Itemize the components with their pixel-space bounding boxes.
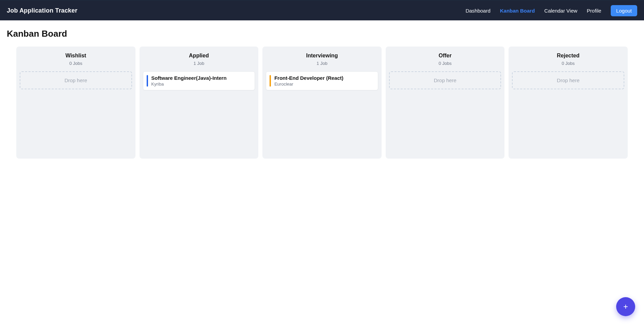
column-interviewing[interactable]: Interviewing1 JobFront-End Developer (Re… bbox=[262, 47, 382, 159]
card-accent bbox=[147, 75, 148, 87]
column-title: Wishlist bbox=[20, 53, 132, 59]
app-brand: Job Application Tracker bbox=[7, 7, 77, 14]
card-content: Front-End Developer (React)Euroclear bbox=[274, 75, 374, 87]
card-title: Front-End Developer (React) bbox=[274, 75, 374, 81]
column-wishlist[interactable]: Wishlist0 JobsDrop here bbox=[16, 47, 135, 159]
column-count: 0 Jobs bbox=[512, 61, 624, 66]
nav-calendar-view[interactable]: Calendar View bbox=[544, 8, 577, 14]
card-content: Software Engineer(Java)-InternKyriba bbox=[151, 75, 251, 87]
nav-kanban-board[interactable]: Kanban Board bbox=[500, 8, 535, 14]
column-applied[interactable]: Applied1 JobSoftware Engineer(Java)-Inte… bbox=[140, 47, 259, 159]
column-offer[interactable]: Offer0 JobsDrop here bbox=[386, 47, 505, 159]
card-title: Software Engineer(Java)-Intern bbox=[151, 75, 251, 81]
nav-dashboard[interactable]: Dashboard bbox=[465, 8, 490, 14]
navbar: Job Application Tracker Dashboard Kanban… bbox=[0, 1, 644, 20]
kanban-board: Wishlist0 JobsDrop hereApplied1 JobSoftw… bbox=[7, 47, 637, 159]
card-company: Euroclear bbox=[274, 82, 374, 87]
column-title: Interviewing bbox=[266, 53, 378, 59]
job-card[interactable]: Front-End Developer (React)Euroclear bbox=[266, 71, 378, 90]
column-count: 1 Job bbox=[143, 61, 255, 66]
column-title: Applied bbox=[143, 53, 255, 59]
column-title: Rejected bbox=[512, 53, 624, 59]
logout-button[interactable]: Logout bbox=[611, 5, 637, 16]
navbar-right: Dashboard Kanban Board Calendar View Pro… bbox=[465, 5, 637, 16]
nav-profile[interactable]: Profile bbox=[587, 8, 602, 14]
column-rejected[interactable]: Rejected0 JobsDrop here bbox=[509, 47, 628, 159]
drop-zone[interactable]: Drop here bbox=[20, 71, 132, 89]
column-count: 1 Job bbox=[266, 61, 378, 66]
card-accent bbox=[270, 75, 271, 87]
column-count: 0 Jobs bbox=[20, 61, 132, 66]
column-title: Offer bbox=[389, 53, 501, 59]
page-title: Kanban Board bbox=[7, 29, 637, 39]
job-card[interactable]: Software Engineer(Java)-InternKyriba bbox=[143, 71, 255, 90]
drop-zone[interactable]: Drop here bbox=[512, 71, 624, 89]
drop-zone[interactable]: Drop here bbox=[389, 71, 501, 89]
column-count: 0 Jobs bbox=[389, 61, 501, 66]
card-company: Kyriba bbox=[151, 82, 251, 87]
page: Kanban Board Wishlist0 JobsDrop hereAppl… bbox=[0, 20, 644, 172]
